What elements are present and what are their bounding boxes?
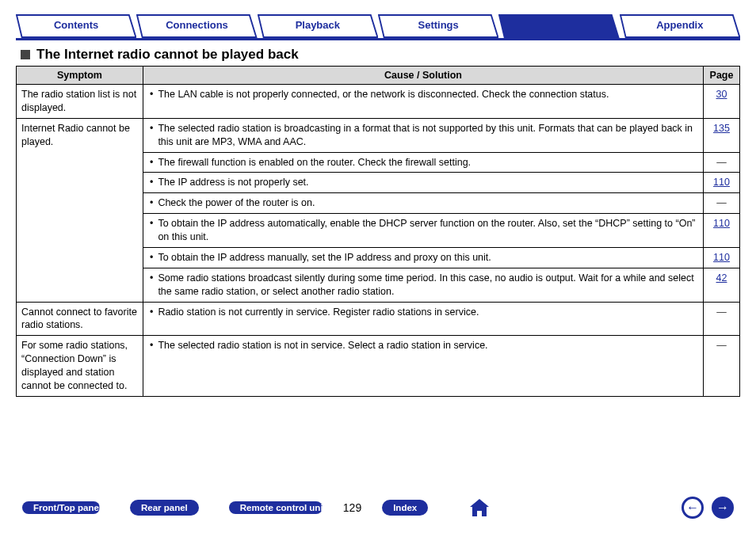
section-heading: The Internet radio cannot be played back — [21, 47, 735, 63]
symptom-cell: The radio station list is not displayed. — [17, 85, 143, 119]
troubleshoot-table: Symptom Cause / Solution Page The radio … — [16, 66, 740, 397]
arrow-right-icon: → — [716, 501, 729, 514]
th-cause: Cause / Solution — [143, 67, 704, 85]
page-cell: — — [704, 336, 740, 397]
table-row: For some radio stations, “Connection Dow… — [17, 336, 740, 397]
symptom-cell: Internet Radio cannot be played. — [17, 118, 143, 302]
tab-appendix[interactable]: Appendix — [620, 14, 740, 38]
home-icon[interactable] — [468, 497, 491, 519]
tab-underline — [16, 38, 740, 40]
cause-cell: To obtain the IP address manually, set t… — [143, 247, 704, 268]
cause-cell: Radio station is not currently in servic… — [143, 302, 704, 336]
footer-bar: Front/Top panel Rear panel Remote contro… — [0, 497, 756, 519]
cause-cell: The selected radio station is broadcasti… — [143, 118, 704, 152]
table-row: The radio station list is not displayed.… — [17, 85, 740, 119]
tab-playback[interactable]: Playback — [258, 14, 378, 38]
cause-cell: Check the power of the router is on. — [143, 193, 704, 214]
cause-cell: The IP address is not properly set. — [143, 173, 704, 193]
tab-connections[interactable]: Connections — [136, 14, 257, 38]
cause-cell: The LAN cable is not properly connected,… — [143, 85, 704, 119]
page-cell[interactable]: 110 — [704, 214, 740, 248]
prev-page-button[interactable]: ← — [682, 497, 704, 519]
table-row: Internet Radio cannot be played. The sel… — [17, 118, 740, 152]
page-cell: — — [704, 152, 740, 173]
index-button[interactable]: Index — [382, 500, 428, 516]
symptom-cell: For some radio stations, “Connection Dow… — [17, 336, 143, 397]
tab-tips[interactable]: Tips — [498, 14, 619, 38]
page-cell[interactable]: 110 — [704, 247, 740, 268]
tab-contents[interactable]: Contents — [16, 14, 136, 38]
th-page: Page — [704, 67, 740, 85]
heading-text: The Internet radio cannot be played back — [36, 47, 299, 63]
symptom-cell: Cannot connect to favorite radio station… — [17, 302, 143, 336]
rear-panel-button[interactable]: Rear panel — [130, 500, 199, 516]
page-cell[interactable]: 30 — [704, 85, 740, 119]
cause-cell: Some radio stations broadcast silently d… — [143, 268, 704, 302]
page-cell: — — [704, 302, 740, 336]
arrow-left-icon: ← — [686, 501, 699, 514]
page-cell[interactable]: 110 — [704, 173, 740, 193]
remote-control-button[interactable]: Remote control unit — [229, 501, 323, 514]
cause-cell: To obtain the IP address automatically, … — [143, 214, 704, 248]
next-page-button[interactable]: → — [712, 497, 734, 519]
cause-cell: The selected radio station is not in ser… — [143, 336, 704, 397]
heading-square-icon — [21, 50, 30, 59]
page-number: 129 — [343, 501, 361, 514]
top-tabs: Contents Connections Playback Settings T… — [16, 14, 740, 38]
front-top-panel-button[interactable]: Front/Top panel — [22, 501, 100, 514]
page-cell[interactable]: 135 — [704, 118, 740, 152]
page-cell[interactable]: 42 — [704, 268, 740, 302]
table-row: Cannot connect to favorite radio station… — [17, 302, 740, 336]
page-cell: — — [704, 193, 740, 214]
tab-settings[interactable]: Settings — [378, 14, 498, 38]
cause-cell: The firewall function is enabled on the … — [143, 152, 704, 173]
th-symptom: Symptom — [17, 67, 143, 85]
